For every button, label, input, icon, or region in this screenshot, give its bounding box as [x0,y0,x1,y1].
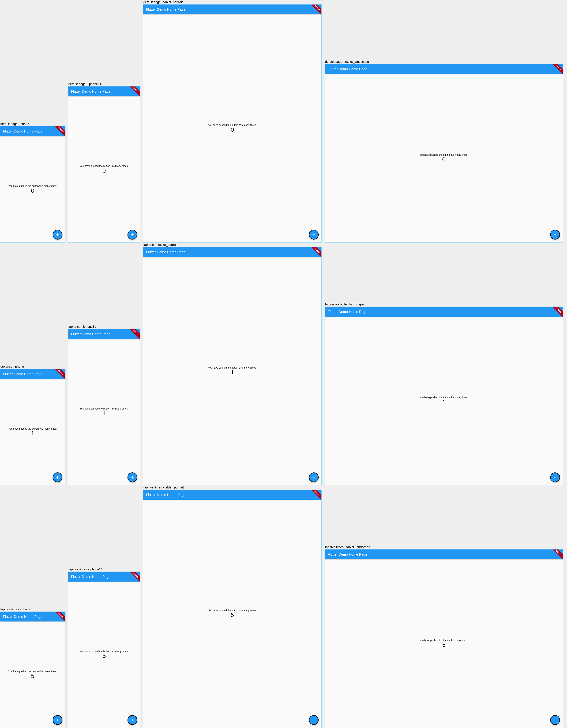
pushed-label: You have pushed the button this many tim… [8,427,57,430]
debug-banner-label: DEBUG [314,5,320,11]
plus-icon: + [313,475,315,480]
scaffold-body: You have pushed the button this many tim… [0,621,65,728]
app-bar: Flutter Demo Home PageDEBUG [68,329,140,339]
app-bar-title: Flutter Demo Home Page [328,552,367,556]
increment-fab[interactable]: + [127,715,137,725]
device-frame: Flutter Demo Home PageDEBUGYou have push… [325,307,563,485]
plus-icon: + [554,475,557,480]
app-bar-title: Flutter Demo Home Page [146,250,185,254]
debug-banner: DEBUG [312,5,322,14]
app-bar: Flutter Demo Home PageDEBUG [68,572,140,582]
increment-fab[interactable]: + [550,230,560,240]
debug-banner: DEBUG [553,64,563,74]
debug-banner: DEBUG [312,490,322,500]
counter-value: 0 [442,156,446,163]
plus-icon: + [56,232,59,237]
increment-fab[interactable]: + [309,230,319,240]
scenario-caption: tap five times - tablet_portrait [143,486,184,489]
scenario-caption: default page - iphone11 [68,82,101,86]
device-frame: Flutter Demo Home PageDEBUGYou have push… [143,4,322,242]
golden-cell: tap five times - tablet_landscapeFlutter… [325,545,563,728]
debug-banner-label: DEBUG [555,550,562,556]
app-bar-title: Flutter Demo Home Page [71,89,111,93]
debug-banner: DEBUG [130,329,140,339]
golden-cell: default page - tablet_landscapeFlutter D… [325,60,563,242]
golden-cell: tap five times - iphone11Flutter Demo Ho… [68,568,140,728]
increment-fab[interactable]: + [309,715,319,725]
debug-banner: DEBUG [312,247,322,257]
scenario-caption: tap once - tablet_landscape [325,303,364,306]
scenario-caption: default page - phone [0,122,29,126]
app-bar: Flutter Demo Home PageDEBUG [325,307,563,317]
pushed-label: You have pushed the button this many tim… [80,407,128,410]
scenario-caption: default page - tablet_portrait [143,0,182,4]
counter-value: 0 [231,126,234,133]
increment-fab[interactable]: + [127,472,137,482]
app-bar: Flutter Demo Home PageDEBUG [143,5,322,14]
golden-cell: tap once - tablet_portraitFlutter Demo H… [143,243,322,485]
scaffold-body: You have pushed the button this many tim… [325,317,563,485]
counter-value: 5 [442,642,446,648]
scaffold-body: You have pushed the button this many tim… [325,559,563,728]
app-bar-title: Flutter Demo Home Page [328,310,367,314]
increment-fab[interactable]: + [53,472,62,482]
device-frame: Flutter Demo Home PageDEBUGYou have push… [0,369,65,485]
pushed-label: You have pushed the button this many tim… [420,396,468,399]
scaffold-body: You have pushed the button this many tim… [0,136,65,242]
device-frame: Flutter Demo Home PageDEBUGYou have push… [68,329,140,485]
plus-icon: + [313,232,315,237]
counter-value: 1 [442,399,446,405]
debug-banner-label: DEBUG [133,572,139,578]
app-bar: Flutter Demo Home PageDEBUG [68,86,140,96]
plus-icon: + [554,232,557,237]
counter-value: 1 [231,369,234,376]
golden-cell: tap five times - phoneFlutter Demo Home … [0,608,65,728]
scaffold-body: You have pushed the button this many tim… [143,500,322,728]
app-bar: Flutter Demo Home PageDEBUG [143,490,322,500]
scaffold-body: You have pushed the button this many tim… [143,14,322,242]
plus-icon: + [131,232,134,237]
golden-cell: default page - tablet_portraitFlutter De… [143,0,322,242]
increment-fab[interactable]: + [127,230,137,240]
golden-cell: tap once - phoneFlutter Demo Home PageDE… [0,365,65,485]
app-bar-title: Flutter Demo Home Page [328,67,367,71]
app-bar-title: Flutter Demo Home Page [71,575,111,579]
golden-cell: tap once - iphone11Flutter Demo Home Pag… [68,325,140,485]
counter-value: 1 [31,430,34,437]
debug-banner: DEBUG [55,369,65,379]
debug-banner: DEBUG [553,307,563,317]
increment-fab[interactable]: + [53,230,62,240]
app-bar: Flutter Demo Home PageDEBUG [325,549,563,559]
increment-fab[interactable]: + [550,715,560,725]
scenario-caption: tap five times - iphone11 [68,568,102,571]
scaffold-body: You have pushed the button this many tim… [325,74,563,242]
scenario-caption: tap five times - phone [0,608,30,611]
debug-banner: DEBUG [55,612,65,621]
plus-icon: + [131,718,134,722]
scaffold-body: You have pushed the button this many tim… [68,339,140,485]
plus-icon: + [554,718,557,722]
counter-value: 5 [102,653,106,659]
pushed-label: You have pushed the button this many tim… [80,165,128,167]
debug-banner-label: DEBUG [58,612,64,618]
counter-value: 1 [102,410,106,416]
scenario-caption: default page - tablet_landscape [325,60,369,64]
pushed-label: You have pushed the button this many tim… [208,609,257,612]
counter-value: 0 [31,187,34,194]
plus-icon: + [131,475,134,480]
golden-cell: default page - phoneFlutter Demo Home Pa… [0,122,65,242]
debug-banner: DEBUG [55,126,65,136]
increment-fab[interactable]: + [53,715,62,725]
increment-fab[interactable]: + [309,472,319,482]
app-bar: Flutter Demo Home PageDEBUG [325,64,563,74]
increment-fab[interactable]: + [550,472,560,482]
app-bar-title: Flutter Demo Home Page [146,7,185,12]
device-frame: Flutter Demo Home PageDEBUGYou have push… [0,126,65,242]
debug-banner: DEBUG [130,572,140,582]
pushed-label: You have pushed the button this many tim… [8,185,57,187]
debug-banner: DEBUG [553,549,563,559]
debug-banner: DEBUG [130,86,140,96]
app-bar-title: Flutter Demo Home Page [3,372,43,376]
plus-icon: + [56,718,59,722]
debug-banner-label: DEBUG [58,369,64,375]
